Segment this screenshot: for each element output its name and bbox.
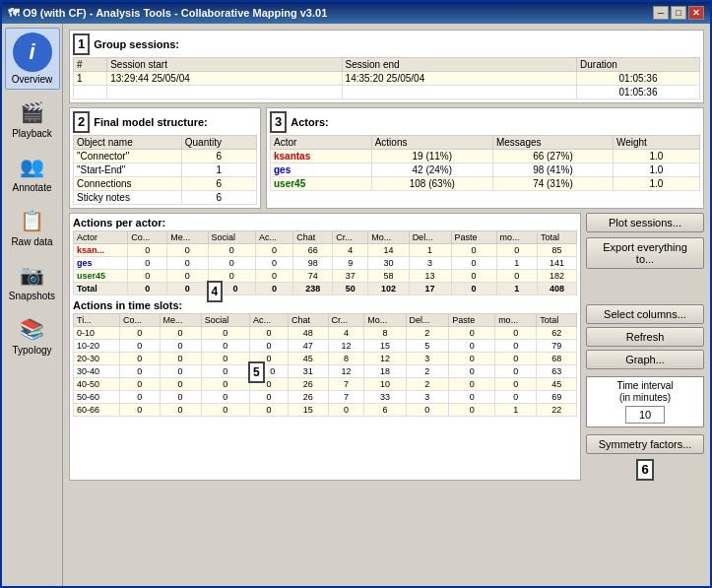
- step-label-6: 6: [636, 459, 653, 481]
- apa-r1v2: 0: [167, 244, 208, 257]
- apa-actor3: user45: [74, 270, 128, 283]
- gs-col-end: Session end: [342, 58, 576, 72]
- apa-actor2: ges: [74, 257, 128, 270]
- ats-col-co: Co...: [119, 314, 160, 327]
- ac-weight1: 1.0: [613, 150, 699, 163]
- apa-col-paste: Paste: [451, 231, 496, 244]
- table-row: user45 108 (63%) 74 (31%) 1.0: [271, 177, 700, 191]
- gs-row2-num: [74, 86, 107, 99]
- ac-actions2: 42 (24%): [371, 163, 492, 177]
- ats-col-total: Total: [537, 314, 577, 327]
- gs-col-start: Session start: [107, 58, 342, 72]
- apa-col-actor: Actor: [74, 231, 128, 244]
- fm-col-name: Object name: [74, 136, 182, 150]
- apa-col-mo: Mo...: [368, 231, 409, 244]
- apa-actor1: ksan...: [74, 244, 128, 257]
- ac-actor2: ges: [271, 163, 372, 177]
- content-area: 1 Group sessions: # Session start Sessio…: [63, 24, 710, 586]
- apa-r1v10: 0: [496, 244, 537, 257]
- title-bar-buttons: ─ □ ✕: [653, 6, 704, 20]
- apa-col-total: Total: [538, 231, 577, 244]
- ats-col-me: Me...: [160, 314, 201, 327]
- table-row: Total 0 0 4 0 0 238 50 102: [74, 283, 577, 295]
- table-row: ksan... 0 0 0 0 66 4 14 1 0 0: [74, 244, 577, 257]
- ats-col-ac: Ac...: [249, 314, 288, 327]
- time-interval-panel: Time interval(in minutes): [586, 376, 704, 427]
- ac-actions3: 108 (63%): [371, 177, 492, 191]
- apa-col-co: Co...: [128, 231, 167, 244]
- sidebar-item-playback[interactable]: 🎬 Playback: [5, 92, 60, 144]
- export-everything-button[interactable]: Export everything to...: [586, 237, 704, 269]
- ats-col-mo2: mo...: [495, 314, 537, 327]
- ac-col-actions: Actions: [371, 136, 492, 150]
- fm-row3-qty: 6: [181, 177, 256, 191]
- apa-r1v4: 0: [255, 244, 292, 257]
- sidebar-item-snapshots[interactable]: 📷 Snapshots: [5, 254, 60, 306]
- right-panel: Plot sessions... Export everything to...…: [586, 213, 704, 481]
- sidebar-label-snapshots: Snapshots: [9, 291, 55, 301]
- window-title: O9 (with CF) - Analysis Tools - Collabor…: [23, 7, 327, 19]
- apa-r1v5: 66: [293, 244, 333, 257]
- actions-time-slots-table: Ti... Co... Me... Social Ac... Chat Cr..…: [73, 313, 577, 417]
- apa-col-me: Me...: [167, 231, 208, 244]
- plot-sessions-button[interactable]: Plot sessions...: [586, 213, 704, 232]
- spacer1: [586, 282, 704, 301]
- apa-col-mo2: mo...: [496, 231, 537, 244]
- sidebar-item-typology[interactable]: 📚 Typology: [5, 308, 60, 360]
- ac-weight3: 1.0: [613, 177, 699, 191]
- fm-row4-qty: 6: [181, 191, 256, 205]
- symmetry-factors-button[interactable]: Symmetry factors...: [586, 434, 704, 454]
- minimize-button[interactable]: ─: [653, 6, 669, 20]
- bottom-row: Actions per actor: Actor Co... Me... Soc…: [69, 213, 704, 481]
- fm-row1-qty: 6: [181, 150, 256, 163]
- step-label-5: 5: [248, 361, 265, 383]
- apa-title: Actions per actor:: [73, 217, 165, 229]
- table-row: 20-30 00 00 458 123 00 68: [74, 353, 577, 365]
- table-row: user45 0 0 0 0 74 37 58 13 0 0: [74, 270, 577, 283]
- ats-col-cr: Cr...: [328, 314, 364, 327]
- sidebar-label-raw-data: Raw data: [11, 236, 52, 247]
- apa-col-chat: Chat: [293, 231, 333, 244]
- apa-col-ac: Ac...: [255, 231, 292, 244]
- refresh-button[interactable]: Refresh: [586, 327, 704, 347]
- graph-button[interactable]: Graph...: [586, 350, 704, 369]
- sidebar-item-overview[interactable]: i Overview: [5, 28, 60, 90]
- apa-r1total: 85: [538, 244, 577, 257]
- typology-icon: 📚: [17, 313, 48, 345]
- raw-data-icon: 📋: [17, 205, 48, 236]
- gs-row1-end: 14:35:20 25/05/04: [342, 72, 576, 86]
- final-model-title: Final model structure:: [94, 116, 208, 128]
- table-row: 1 13:29:44 25/05/04 14:35:20 25/05/04 01…: [74, 72, 700, 86]
- table-row: ges 0 0 0 0 98 9 30 3 0 1: [74, 257, 577, 270]
- table-row: ksantas 19 (11%) 66 (27%) 1.0: [271, 150, 700, 163]
- title-bar-left: 🗺 O9 (with CF) - Analysis Tools - Collab…: [8, 7, 327, 19]
- step-label-1: 1: [73, 33, 90, 55]
- actors-panel: 3 Actors: Actor Actions Messages Weight: [266, 107, 704, 209]
- table-row: 0-10 00 00 484 82 00 62: [74, 327, 577, 340]
- apa-total-label: Total: [74, 283, 128, 295]
- ac-messages3: 74 (31%): [492, 177, 613, 191]
- close-button[interactable]: ✕: [688, 6, 704, 20]
- fm-row2-name: "Start-End": [74, 163, 182, 177]
- sidebar: i Overview 🎬 Playback 👥 Annotate 📋 Raw d…: [2, 24, 63, 586]
- table-row: 01:05:36: [74, 86, 700, 99]
- maximize-button[interactable]: □: [671, 6, 686, 20]
- apa-col-del: Del...: [409, 231, 451, 244]
- apa-r1v7: 14: [368, 244, 409, 257]
- ats-col-mo: Mo...: [364, 314, 406, 327]
- ats-col-ti: Ti...: [74, 314, 120, 327]
- table-row: Connections 6: [74, 177, 257, 191]
- table-row: "Connector" 6: [74, 150, 257, 163]
- sidebar-item-annotate[interactable]: 👥 Annotate: [5, 146, 60, 198]
- gs-col-num: #: [74, 58, 107, 72]
- actors-table: Actor Actions Messages Weight ksantas 19…: [270, 135, 700, 191]
- ats-col-chat: Chat: [288, 314, 328, 327]
- table-row: 10-20 00 00 4712 155 00 79: [74, 340, 577, 353]
- table-row: 50-60 00 00 267 333 00 69: [74, 391, 577, 404]
- select-columns-button[interactable]: Select columns...: [586, 304, 704, 324]
- sidebar-item-raw-data[interactable]: 📋 Raw data: [5, 200, 60, 252]
- time-interval-label: Time interval(in minutes): [590, 380, 700, 404]
- time-interval-input[interactable]: [625, 406, 665, 424]
- top-row: 1 Group sessions: # Session start Sessio…: [69, 30, 704, 103]
- snapshots-icon: 📷: [17, 259, 48, 291]
